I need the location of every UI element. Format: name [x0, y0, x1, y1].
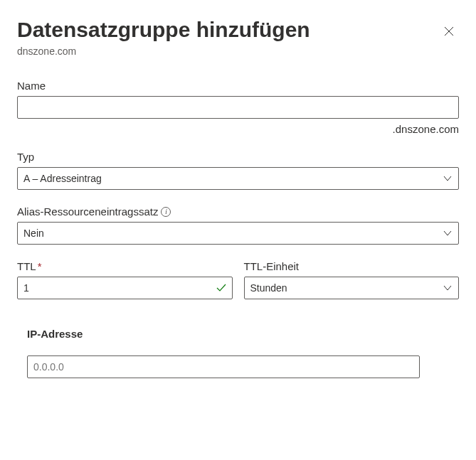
- ttl-input[interactable]: [17, 277, 233, 299]
- ttl-unit-select[interactable]: Stunden: [244, 277, 460, 299]
- info-icon[interactable]: i: [161, 207, 171, 217]
- page-title: Datensatzgruppe hinzufügen: [17, 17, 310, 43]
- check-icon: [216, 282, 227, 294]
- type-value: A – Adresseintrag: [23, 173, 443, 184]
- ttl-unit-label: TTL-Einheit: [244, 260, 460, 272]
- ttl-unit-value: Stunden: [250, 282, 443, 294]
- chevron-down-icon: [443, 283, 453, 293]
- ip-address-input[interactable]: [27, 355, 420, 378]
- name-input[interactable]: [17, 96, 459, 119]
- type-select[interactable]: A – Adresseintrag: [17, 167, 459, 190]
- ttl-label: TTL*: [17, 260, 233, 272]
- alias-select[interactable]: Nein: [17, 222, 459, 245]
- alias-value: Nein: [23, 228, 443, 239]
- name-suffix: .dnszone.com: [17, 123, 459, 135]
- ip-address-label: IP-Adresse: [27, 328, 459, 340]
- close-icon: [443, 26, 455, 37]
- chevron-down-icon: [443, 173, 453, 183]
- chevron-down-icon: [443, 228, 453, 238]
- close-button[interactable]: [439, 21, 459, 41]
- type-label: Typ: [17, 151, 459, 163]
- page-subtitle: dnszone.com: [17, 46, 310, 57]
- name-label: Name: [17, 80, 459, 92]
- alias-label: Alias-Ressourceneintragssatz: [17, 205, 158, 218]
